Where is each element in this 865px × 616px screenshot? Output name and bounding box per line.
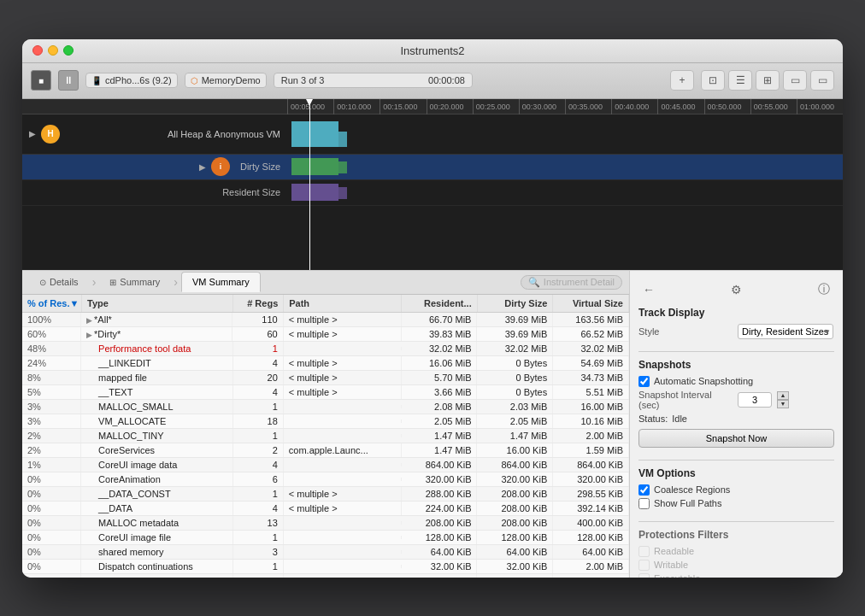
track-name-dirty: Dirty Size — [240, 161, 280, 172]
table-row[interactable]: 48% Performance tool data 1 32.02 MiB 32… — [22, 342, 629, 356]
track-label-dirty: ▶ i Dirty Size — [22, 155, 287, 179]
td-path — [284, 521, 402, 525]
track-canvas-resident — [287, 180, 843, 205]
style-label: Style — [638, 326, 733, 337]
table-row[interactable]: 0% shared memory 3 64.00 KiB 64.00 KiB 6… — [22, 545, 629, 560]
table-row[interactable]: 2% MALLOC_TINY 1 1.47 MiB 1.47 MiB 2.00 … — [22, 429, 629, 443]
table-row[interactable]: 60% ▶*Dirty* 60 < multiple > 39.83 MiB 3… — [22, 327, 629, 342]
td-type: shared memory — [81, 545, 232, 559]
table-row[interactable]: 0% CG raster data 1 32.00 KiB 32.00 KiB … — [22, 574, 629, 578]
table-row[interactable]: 0% __DATA 4 < multiple > 224.00 KiB 208.… — [22, 502, 629, 516]
th-type[interactable]: Type — [82, 295, 233, 312]
ruler-mark: 00:40.000 — [611, 99, 657, 114]
th-virtual[interactable]: Virtual Size — [553, 295, 629, 312]
th-regs[interactable]: # Regs — [233, 295, 284, 312]
table-row[interactable]: 3% MALLOC_SMALL 1 2.08 MiB 2.03 MiB 16.0… — [22, 400, 629, 414]
protections-section: Protections Filters Readable Writable Ex… — [638, 529, 834, 578]
table-row[interactable]: 5% __TEXT 4 < multiple > 3.66 MiB 0 Byte… — [22, 385, 629, 400]
tab-vm-summary[interactable]: VM Summary — [181, 272, 261, 292]
td-pct: 0% — [22, 516, 81, 530]
playhead[interactable] — [309, 99, 310, 270]
td-pct: 0% — [22, 574, 81, 578]
readable-checkbox[interactable] — [638, 546, 650, 557]
auto-snapshot-checkbox[interactable] — [638, 376, 650, 387]
pause-button[interactable]: ⏸ — [58, 70, 79, 91]
td-virtual: 32.00 KiB — [553, 574, 629, 578]
sidebar-icon-back[interactable]: ← — [638, 279, 659, 300]
svg-rect-3 — [338, 161, 347, 173]
full-paths-checkbox[interactable] — [638, 498, 650, 509]
device-label: cdPho...6s (9.2) — [105, 75, 172, 85]
minimize-button[interactable] — [48, 45, 58, 56]
track-expand-icon-dirty[interactable]: ▶ — [199, 162, 206, 172]
stepper-up[interactable]: ▲ — [777, 391, 789, 400]
td-dirty: 2.03 MiB — [477, 400, 553, 414]
snapshots-section: Snapshots Automatic Snapshotting Snapsho… — [638, 359, 834, 448]
status-value: Idle — [672, 414, 687, 424]
view-btn-2[interactable]: ☰ — [728, 70, 752, 91]
td-virtual: 2.00 MiB — [553, 560, 629, 573]
view-btn-1[interactable]: ⊡ — [701, 70, 725, 91]
track-expand-icon[interactable]: ▶ — [29, 129, 36, 138]
td-regs: 3 — [233, 545, 284, 559]
tab-details[interactable]: ⊙ Details — [29, 272, 89, 292]
td-resident: 39.83 MiB — [402, 327, 478, 341]
td-virtual: 5.51 MiB — [553, 385, 629, 399]
table-row[interactable]: 8% mapped file 20 < multiple > 5.70 MiB … — [22, 371, 629, 385]
view-btn-5[interactable]: ▭ — [810, 70, 834, 91]
td-virtual: 10.16 MiB — [553, 414, 629, 428]
coalesce-checkbox[interactable] — [638, 484, 650, 496]
td-dirty: 128.00 KiB — [477, 531, 553, 544]
view-btn-3[interactable]: ⊞ — [756, 70, 780, 91]
svg-rect-1 — [338, 132, 347, 147]
app-selector[interactable]: ⬡ MemoryDemo — [185, 73, 267, 88]
th-pct[interactable]: % of Res.▼ — [22, 295, 82, 312]
td-type: mapped file — [81, 371, 232, 384]
td-type: CG raster data — [81, 574, 232, 578]
style-select[interactable]: Dirty, Resident Sizes — [738, 324, 833, 339]
th-dirty[interactable]: Dirty Size — [478, 295, 554, 312]
sidebar-icon-gear[interactable]: ⚙ — [727, 279, 747, 300]
th-path[interactable]: Path — [284, 295, 402, 312]
interval-input[interactable] — [738, 392, 772, 408]
table-row[interactable]: 0% __DATA_CONST 1 < multiple > 288.00 Ki… — [22, 487, 629, 502]
table-row[interactable]: 0% Dispatch continuations 1 32.00 KiB 32… — [22, 560, 629, 574]
track-row-heap[interactable]: ▶ H All Heap & Anonymous VM — [22, 114, 843, 155]
td-virtual: 34.73 MiB — [553, 371, 629, 384]
table-row[interactable]: 0% CoreAnimation 6 320.00 KiB 320.00 KiB… — [22, 472, 629, 487]
table-row[interactable]: 0% CoreUI image file 1 128.00 KiB 128.00… — [22, 531, 629, 545]
maximize-button[interactable] — [63, 45, 74, 56]
device-selector[interactable]: 📱 cdPho...6s (9.2) — [85, 73, 178, 88]
td-path — [284, 434, 402, 437]
executable-checkbox[interactable] — [638, 573, 650, 578]
add-instrument-button[interactable]: + — [670, 70, 694, 91]
view-btn-4[interactable]: ▭ — [783, 70, 807, 91]
td-virtual: 400.00 KiB — [553, 516, 629, 530]
td-regs: 1 — [233, 487, 284, 501]
th-resident[interactable]: Resident... — [402, 295, 478, 312]
td-regs: 20 — [233, 371, 284, 384]
stepper-down[interactable]: ▼ — [777, 400, 789, 408]
sidebar-icon-bar: ← ⚙ ⓘ — [638, 279, 834, 300]
ruler-mark: 00:10.000 — [333, 99, 380, 114]
table-row[interactable]: 100% ▶*All* 110 < multiple > 66.70 MiB 3… — [22, 313, 629, 327]
td-virtual: 54.69 MiB — [553, 356, 629, 370]
td-type: CoreUI image data — [81, 458, 232, 472]
track-row-dirty[interactable]: ▶ i Dirty Size — [22, 155, 843, 180]
writable-checkbox[interactable] — [638, 560, 650, 571]
protections-title: Protections Filters — [638, 529, 834, 541]
tab-summary[interactable]: ⊞ Summary — [99, 272, 170, 292]
sidebar-icon-info[interactable]: ⓘ — [814, 279, 834, 300]
search-box[interactable]: 🔍 Instrument Detail — [521, 275, 622, 290]
td-regs: 1 — [233, 400, 284, 414]
stop-button[interactable]: ■ — [31, 70, 51, 91]
table-row[interactable]: 2% CoreServices 2 com.apple.Launc... 1.4… — [22, 443, 629, 458]
table-row[interactable]: 3% VM_ALLOCATE 18 2.05 MiB 2.05 MiB 10.1… — [22, 414, 629, 429]
close-button[interactable] — [32, 45, 43, 56]
table-row[interactable]: 0% MALLOC metadata 13 208.00 KiB 208.00 … — [22, 516, 629, 531]
track-row-resident[interactable]: Resident Size — [22, 180, 843, 206]
table-row[interactable]: 24% __LINKEDIT 4 < multiple > 16.06 MiB … — [22, 356, 629, 371]
table-row[interactable]: 1% CoreUI image data 4 864.00 KiB 864.00… — [22, 458, 629, 472]
td-regs: 2 — [233, 443, 284, 457]
snapshot-now-button[interactable]: Snapshot Now — [638, 429, 834, 448]
